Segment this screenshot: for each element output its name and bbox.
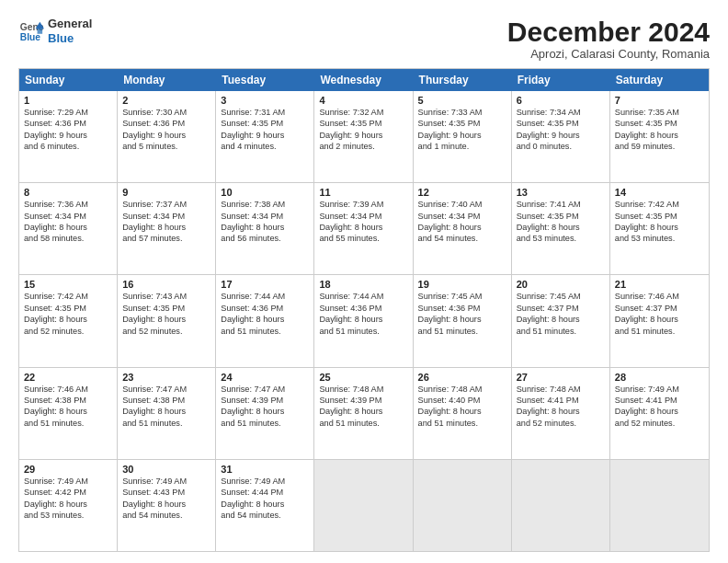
- sunrise-time: Sunrise: 7:37 AM: [122, 199, 210, 210]
- day-number: 15: [24, 279, 112, 290]
- sunset-time: Sunset: 4:36 PM: [418, 303, 506, 314]
- sunrise-time: Sunrise: 7:33 AM: [418, 107, 506, 118]
- sunset-time: Sunset: 4:34 PM: [122, 211, 210, 222]
- daylight-line1: Daylight: 9 hours: [418, 130, 506, 141]
- day-cell-31: 31Sunrise: 7:49 AMSunset: 4:44 PMDayligh…: [216, 460, 314, 551]
- sunset-time: Sunset: 4:38 PM: [122, 395, 210, 406]
- daylight-line2: and 0 minutes.: [517, 141, 605, 152]
- sunset-time: Sunset: 4:35 PM: [221, 118, 309, 129]
- sunrise-time: Sunrise: 7:35 AM: [615, 107, 704, 118]
- sunrise-time: Sunrise: 7:36 AM: [24, 199, 112, 210]
- sunset-time: Sunset: 4:35 PM: [517, 211, 605, 222]
- day-number: 13: [517, 187, 605, 198]
- daylight-line1: Daylight: 8 hours: [517, 314, 605, 325]
- day-cell-8: 8Sunrise: 7:36 AMSunset: 4:34 PMDaylight…: [19, 183, 118, 274]
- sunset-time: Sunset: 4:35 PM: [615, 118, 704, 129]
- sunrise-time: Sunrise: 7:45 AM: [517, 291, 605, 302]
- daylight-line1: Daylight: 8 hours: [122, 314, 210, 325]
- day-cell-4: 4Sunrise: 7:32 AMSunset: 4:35 PMDaylight…: [314, 91, 413, 182]
- daylight-line1: Daylight: 8 hours: [319, 406, 407, 417]
- daylight-line2: and 53 minutes.: [615, 233, 704, 244]
- daylight-line1: Daylight: 8 hours: [122, 499, 210, 510]
- daylight-line1: Daylight: 8 hours: [24, 314, 112, 325]
- day-number: 5: [418, 95, 506, 106]
- calendar-body: 1Sunrise: 7:29 AMSunset: 4:36 PMDaylight…: [19, 91, 709, 551]
- sunrise-time: Sunrise: 7:48 AM: [418, 384, 506, 395]
- day-cell-1: 1Sunrise: 7:29 AMSunset: 4:36 PMDaylight…: [19, 91, 118, 182]
- day-number: 29: [24, 464, 112, 475]
- day-number: 21: [615, 279, 704, 290]
- sunset-time: Sunset: 4:39 PM: [319, 395, 407, 406]
- day-cell-19: 19Sunrise: 7:45 AMSunset: 4:36 PMDayligh…: [414, 275, 512, 366]
- day-cell-5: 5Sunrise: 7:33 AMSunset: 4:35 PMDaylight…: [414, 91, 512, 182]
- daylight-line2: and 51 minutes.: [24, 418, 112, 429]
- day-number: 24: [221, 372, 309, 383]
- day-number: 12: [418, 187, 506, 198]
- day-cell-20: 20Sunrise: 7:45 AMSunset: 4:37 PMDayligh…: [512, 275, 610, 366]
- daylight-line2: and 51 minutes.: [221, 326, 309, 337]
- day-number: 22: [24, 372, 112, 383]
- sunset-time: Sunset: 4:34 PM: [24, 211, 112, 222]
- day-cell-12: 12Sunrise: 7:40 AMSunset: 4:34 PMDayligh…: [414, 183, 512, 274]
- daylight-line1: Daylight: 8 hours: [615, 406, 704, 417]
- daylight-line2: and 2 minutes.: [319, 141, 407, 152]
- daylight-line1: Daylight: 8 hours: [221, 222, 309, 233]
- empty-cell: [512, 460, 610, 551]
- sunrise-time: Sunrise: 7:48 AM: [517, 384, 605, 395]
- header-saturday: Saturday: [610, 69, 709, 91]
- day-cell-14: 14Sunrise: 7:42 AMSunset: 4:35 PMDayligh…: [610, 183, 709, 274]
- day-cell-28: 28Sunrise: 7:49 AMSunset: 4:41 PMDayligh…: [610, 368, 709, 459]
- sunrise-time: Sunrise: 7:31 AM: [221, 107, 309, 118]
- sunrise-time: Sunrise: 7:45 AM: [418, 291, 506, 302]
- day-cell-23: 23Sunrise: 7:47 AMSunset: 4:38 PMDayligh…: [118, 368, 216, 459]
- sunset-time: Sunset: 4:36 PM: [221, 303, 309, 314]
- sunrise-time: Sunrise: 7:38 AM: [221, 199, 309, 210]
- sunrise-time: Sunrise: 7:39 AM: [319, 199, 407, 210]
- day-cell-27: 27Sunrise: 7:48 AMSunset: 4:41 PMDayligh…: [512, 368, 610, 459]
- empty-cell: [414, 460, 512, 551]
- sunrise-time: Sunrise: 7:46 AM: [615, 291, 704, 302]
- daylight-line1: Daylight: 8 hours: [615, 130, 704, 141]
- daylight-line1: Daylight: 8 hours: [615, 222, 704, 233]
- sunset-time: Sunset: 4:41 PM: [615, 395, 704, 406]
- sunrise-time: Sunrise: 7:44 AM: [319, 291, 407, 302]
- logo-line2: Blue: [48, 31, 74, 45]
- daylight-line2: and 52 minutes.: [517, 418, 605, 429]
- sunset-time: Sunset: 4:38 PM: [24, 395, 112, 406]
- daylight-line2: and 51 minutes.: [418, 418, 506, 429]
- sunset-time: Sunset: 4:39 PM: [221, 395, 309, 406]
- daylight-line1: Daylight: 8 hours: [24, 406, 112, 417]
- daylight-line2: and 6 minutes.: [24, 141, 112, 152]
- empty-cell: [314, 460, 413, 551]
- location: Aprozi, Calarasi County, Romania: [507, 47, 710, 61]
- calendar-week-4: 22Sunrise: 7:46 AMSunset: 4:38 PMDayligh…: [19, 368, 709, 460]
- sunset-time: Sunset: 4:35 PM: [615, 211, 704, 222]
- header-sunday: Sunday: [19, 69, 118, 91]
- sunset-time: Sunset: 4:34 PM: [319, 211, 407, 222]
- sunrise-time: Sunrise: 7:30 AM: [122, 107, 210, 118]
- sunset-time: Sunset: 4:37 PM: [615, 303, 704, 314]
- sunset-time: Sunset: 4:35 PM: [24, 303, 112, 314]
- sunrise-time: Sunrise: 7:48 AM: [319, 384, 407, 395]
- sunset-time: Sunset: 4:35 PM: [122, 303, 210, 314]
- header-friday: Friday: [512, 69, 610, 91]
- sunrise-time: Sunrise: 7:40 AM: [418, 199, 506, 210]
- day-cell-26: 26Sunrise: 7:48 AMSunset: 4:40 PMDayligh…: [414, 368, 512, 459]
- daylight-line1: Daylight: 8 hours: [122, 222, 210, 233]
- sunset-time: Sunset: 4:43 PM: [122, 487, 210, 498]
- day-cell-3: 3Sunrise: 7:31 AMSunset: 4:35 PMDaylight…: [216, 91, 314, 182]
- page: General Blue General Blue December 2024 …: [0, 0, 728, 563]
- sunset-time: Sunset: 4:40 PM: [418, 395, 506, 406]
- daylight-line2: and 51 minutes.: [615, 326, 704, 337]
- sunset-time: Sunset: 4:44 PM: [221, 487, 309, 498]
- header-monday: Monday: [118, 69, 216, 91]
- day-cell-9: 9Sunrise: 7:37 AMSunset: 4:34 PMDaylight…: [118, 183, 216, 274]
- daylight-line1: Daylight: 8 hours: [517, 222, 605, 233]
- day-number: 25: [319, 372, 407, 383]
- day-number: 1: [24, 95, 112, 106]
- sunrise-time: Sunrise: 7:47 AM: [221, 384, 309, 395]
- svg-text:Blue: Blue: [20, 32, 41, 42]
- header-thursday: Thursday: [414, 69, 512, 91]
- daylight-line2: and 51 minutes.: [319, 326, 407, 337]
- daylight-line1: Daylight: 8 hours: [615, 314, 704, 325]
